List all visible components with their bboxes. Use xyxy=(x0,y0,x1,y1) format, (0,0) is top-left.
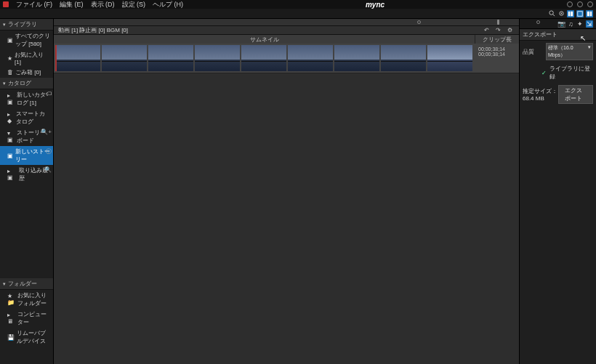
type-filter-row: 動画 [1] 静止画 [0] BGM [0] ↶ ↷ ⚙ xyxy=(54,26,519,35)
clip-thumb[interactable] xyxy=(427,45,472,71)
center-panel: 動画 [1] 静止画 [0] BGM [0] ↶ ↷ ⚙ サムネイル クリップ長 xyxy=(54,19,519,364)
titlebar: ファイル (F) 編集 (E) 表示 (D) 設定 (S) ヘルプ (H) my… xyxy=(0,0,596,9)
register-library-label: ライブラリに登録 xyxy=(549,65,593,81)
maximize-button[interactable] xyxy=(577,1,583,7)
sidebar-favorites[interactable]: ★お気に入り [1] xyxy=(0,49,53,67)
gear-icon[interactable] xyxy=(557,10,565,17)
clip-thumb[interactable] xyxy=(195,45,240,71)
view-mode-3[interactable] xyxy=(586,10,593,17)
ruler-playhead[interactable] xyxy=(497,20,499,25)
export-tab-icon[interactable]: ⇲ xyxy=(586,20,593,28)
app-title: mync xyxy=(183,1,567,9)
sidebar-new-story[interactable]: ▣新しいストーリーⓘ xyxy=(0,146,53,165)
music-icon[interactable]: ♫ xyxy=(567,20,574,28)
sidebar-folder-header[interactable]: フォルダー xyxy=(0,278,53,290)
quality-label: 品質 xyxy=(523,48,543,56)
search-icon[interactable] xyxy=(548,10,555,17)
timeline-ruler[interactable] xyxy=(54,19,519,26)
svg-rect-5 xyxy=(571,11,573,15)
ruler-end-marker[interactable] xyxy=(536,20,540,24)
undo-icon[interactable]: ↶ xyxy=(484,27,491,34)
export-button[interactable]: エクスポート xyxy=(558,85,593,104)
menu-help[interactable]: ヘルプ (H) xyxy=(153,0,183,9)
svg-rect-7 xyxy=(587,11,589,15)
svg-line-1 xyxy=(552,14,555,16)
sidebar-library-header[interactable]: ライブラリ xyxy=(0,19,53,31)
export-header: エクスポート xyxy=(520,29,596,41)
chevron-down-icon: ▾ xyxy=(588,44,591,59)
sidebar: ライブラリ ▣すべてのクリップ [580] ★お気に入り [1] 🗑ごみ箱 [0… xyxy=(0,19,54,364)
redo-icon[interactable]: ↷ xyxy=(496,27,503,34)
sidebar-trash[interactable]: 🗑ごみ箱 [0] xyxy=(0,67,53,78)
clip-thumb[interactable] xyxy=(148,45,193,71)
thumbnail-row[interactable]: 00;00;38;14 00;00;38;14 xyxy=(54,44,519,73)
search-icon[interactable]: 🔍+ xyxy=(41,129,52,135)
clip-type-counts: 動画 [1] 静止画 [0] BGM [0] xyxy=(58,26,128,34)
main-toolbar xyxy=(0,9,596,19)
ruler-start-marker[interactable] xyxy=(417,20,421,24)
right-panel: 📷 ♫ ✦ ⇲ エクスポート 品質 標準（16.0 Mbps）▾ ✓ ライブラリ… xyxy=(519,19,596,364)
clip-thumb[interactable] xyxy=(102,45,147,71)
view-mode-1[interactable] xyxy=(567,10,574,17)
sidebar-catalog-header[interactable]: カタログ xyxy=(0,78,53,89)
sidebar-fav-folder[interactable]: ★ 📁お気に入りフォルダー xyxy=(0,290,53,309)
empty-area xyxy=(54,73,519,364)
close-button[interactable] xyxy=(587,1,593,7)
menu-settings[interactable]: 設定 (S) xyxy=(122,0,146,9)
menu-edit[interactable]: 編集 (E) xyxy=(60,0,84,9)
svg-rect-8 xyxy=(590,11,592,15)
svg-rect-6 xyxy=(578,11,582,15)
sidebar-all-clips[interactable]: ▣すべてのクリップ [580] xyxy=(0,31,53,49)
svg-rect-4 xyxy=(568,11,570,15)
minimize-button[interactable] xyxy=(567,1,573,7)
cliplen-column-header: クリップ長 xyxy=(475,35,519,44)
camera-icon[interactable]: 📷 xyxy=(557,20,565,28)
sidebar-new-catalog[interactable]: ▸ ▣新しいカタログ [1]🏷 xyxy=(0,89,53,108)
estimated-size: 推定サイズ：68.4 MB xyxy=(523,87,558,102)
fx-icon[interactable]: ✦ xyxy=(576,20,584,28)
search-icon[interactable]: 🔍 xyxy=(44,166,52,173)
info-icon[interactable]: ⓘ xyxy=(46,147,52,155)
view-mode-2[interactable] xyxy=(576,10,584,17)
app-icon xyxy=(3,1,9,7)
sidebar-removable[interactable]: 💾リムーバブルデバイス xyxy=(0,328,53,347)
clip-thumb[interactable] xyxy=(334,45,379,71)
sidebar-computer[interactable]: ▸ 🖥コンピューター xyxy=(0,309,53,328)
sidebar-import-history[interactable]: ▸ ▣取り込み履歴🔍 xyxy=(0,165,53,184)
svg-point-3 xyxy=(560,13,562,15)
clip-thumb[interactable] xyxy=(55,45,100,71)
clip-thumb[interactable] xyxy=(241,45,286,71)
gear-icon[interactable]: ⚙ xyxy=(507,27,515,34)
sidebar-storyboard[interactable]: ▾ ▣ストーリーボード🔍+ xyxy=(0,127,53,146)
register-library-check[interactable]: ✓ xyxy=(541,70,547,76)
menu-file[interactable]: ファイル (F) xyxy=(16,0,52,9)
clip-length-cell: 00;00;38;14 00;00;38;14 xyxy=(475,44,519,73)
clip-thumb[interactable] xyxy=(288,45,333,71)
sidebar-smart-catalog[interactable]: ▸ ◆スマートカタログ xyxy=(0,108,53,127)
tag-icon[interactable]: 🏷 xyxy=(46,91,52,97)
quality-combo[interactable]: 標準（16.0 Mbps）▾ xyxy=(546,43,593,60)
clip-thumb[interactable] xyxy=(381,45,426,71)
menu-view[interactable]: 表示 (D) xyxy=(91,0,115,9)
thumbnail-column-header: サムネイル xyxy=(54,35,475,44)
